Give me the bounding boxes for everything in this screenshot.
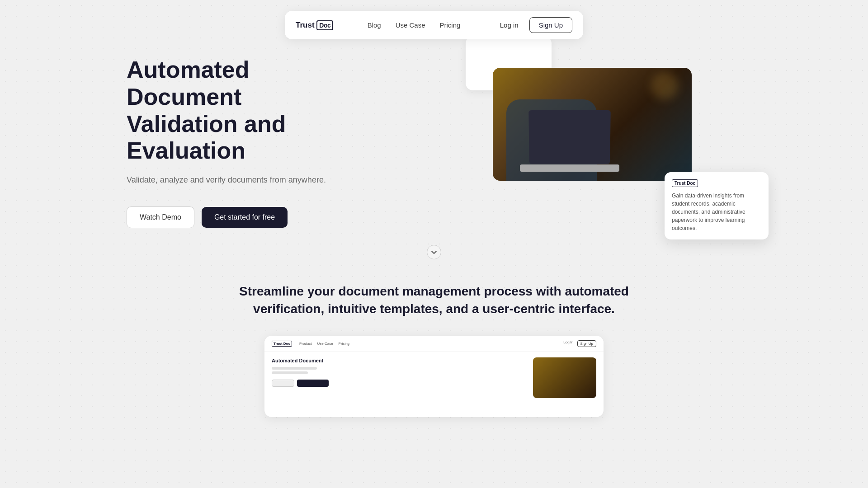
hero-photo [493, 68, 692, 181]
info-card-logo: Trust Doc [672, 179, 698, 187]
preview-card: Trust Doc Product Use Case Pricing Log I… [264, 336, 604, 417]
nav-actions: Log in Sign Up [495, 17, 572, 33]
preview-nav-usecase: Use Case [317, 342, 333, 346]
watch-demo-button[interactable]: Watch Demo [127, 206, 194, 228]
preview-login: Log In [563, 340, 573, 347]
page-wrapper: Trust Doc Blog Use Case Pricing Log in S… [0, 0, 868, 488]
nav-link-pricing[interactable]: Pricing [440, 21, 461, 29]
signup-button[interactable]: Sign Up [529, 17, 572, 33]
hero-buttons: Watch Demo Get started for free [127, 206, 348, 228]
logo[interactable]: Trust Doc [296, 21, 333, 30]
preview-nav-pricing: Pricing [339, 342, 349, 346]
get-started-button[interactable]: Get started for free [202, 207, 288, 228]
hero-image-area: Trust Doc Gain data-driven insights from… [493, 36, 719, 226]
preview-image [533, 357, 596, 398]
info-card: Trust Doc Gain data-driven insights from… [665, 172, 769, 239]
chevron-down-icon[interactable] [427, 245, 441, 259]
navbar: Trust Doc Blog Use Case Pricing Log in S… [285, 11, 583, 39]
preview-nav-links: Product Use Case Pricing [299, 342, 349, 346]
hero-text: Automated Document Validation and Evalua… [127, 29, 348, 228]
nav-link-blog[interactable]: Blog [368, 21, 381, 29]
preview-nav-product: Product [299, 342, 312, 346]
preview-hero-text: Automated Document [272, 357, 528, 398]
nav-link-usecase[interactable]: Use Case [396, 21, 425, 29]
second-title: Streamline your document management proc… [231, 282, 637, 318]
logo-text: Trust Doc [296, 21, 333, 30]
hero-subtitle: Validate, analyze and verify documents f… [127, 175, 348, 185]
info-card-text: Gain data-driven insights from student r… [672, 192, 761, 232]
preview-logo: Trust Doc [272, 341, 292, 347]
nav-links: Blog Use Case Pricing [368, 21, 461, 29]
second-section: Streamline your document management proc… [0, 264, 868, 417]
preview-signup: Sign Up [577, 340, 596, 347]
preview-nav-actions: Log In Sign Up [563, 340, 596, 347]
login-button[interactable]: Log in [495, 19, 524, 32]
preview-body: Automated Document [264, 352, 604, 404]
chevron-svg [431, 249, 437, 255]
preview-hero-title: Automated Document [272, 357, 528, 364]
hero-title: Automated Document Validation and Evalua… [127, 56, 348, 164]
preview-nav: Trust Doc Product Use Case Pricing Log I… [264, 336, 604, 352]
logo-box: Doc [316, 20, 333, 30]
